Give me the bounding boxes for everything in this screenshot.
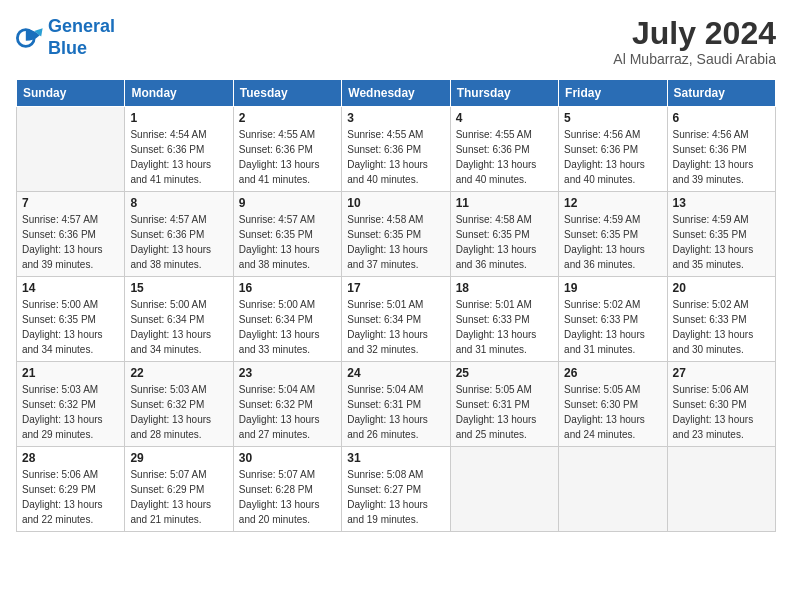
location: Al Mubarraz, Saudi Arabia: [613, 51, 776, 67]
calendar-cell: 2Sunrise: 4:55 AM Sunset: 6:36 PM Daylig…: [233, 107, 341, 192]
title-block: July 2024 Al Mubarraz, Saudi Arabia: [613, 16, 776, 67]
day-info: Sunrise: 4:54 AM Sunset: 6:36 PM Dayligh…: [130, 127, 227, 187]
day-number: 27: [673, 366, 770, 380]
day-info: Sunrise: 4:57 AM Sunset: 6:36 PM Dayligh…: [22, 212, 119, 272]
calendar-cell: [17, 107, 125, 192]
day-info: Sunrise: 5:01 AM Sunset: 6:34 PM Dayligh…: [347, 297, 444, 357]
day-number: 8: [130, 196, 227, 210]
calendar-cell: 26Sunrise: 5:05 AM Sunset: 6:30 PM Dayli…: [559, 362, 667, 447]
calendar-cell: 30Sunrise: 5:07 AM Sunset: 6:28 PM Dayli…: [233, 447, 341, 532]
day-number: 22: [130, 366, 227, 380]
calendar-cell: 20Sunrise: 5:02 AM Sunset: 6:33 PM Dayli…: [667, 277, 775, 362]
day-number: 9: [239, 196, 336, 210]
day-number: 21: [22, 366, 119, 380]
calendar-cell: 1Sunrise: 4:54 AM Sunset: 6:36 PM Daylig…: [125, 107, 233, 192]
day-number: 16: [239, 281, 336, 295]
day-info: Sunrise: 4:59 AM Sunset: 6:35 PM Dayligh…: [564, 212, 661, 272]
calendar-cell: 12Sunrise: 4:59 AM Sunset: 6:35 PM Dayli…: [559, 192, 667, 277]
calendar-cell: 11Sunrise: 4:58 AM Sunset: 6:35 PM Dayli…: [450, 192, 558, 277]
calendar-cell: 10Sunrise: 4:58 AM Sunset: 6:35 PM Dayli…: [342, 192, 450, 277]
calendar-week-row: 28Sunrise: 5:06 AM Sunset: 6:29 PM Dayli…: [17, 447, 776, 532]
day-number: 28: [22, 451, 119, 465]
day-number: 5: [564, 111, 661, 125]
day-number: 10: [347, 196, 444, 210]
day-number: 29: [130, 451, 227, 465]
day-number: 7: [22, 196, 119, 210]
day-number: 14: [22, 281, 119, 295]
day-number: 1: [130, 111, 227, 125]
calendar-cell: 7Sunrise: 4:57 AM Sunset: 6:36 PM Daylig…: [17, 192, 125, 277]
calendar-day-header: Wednesday: [342, 80, 450, 107]
calendar-cell: 31Sunrise: 5:08 AM Sunset: 6:27 PM Dayli…: [342, 447, 450, 532]
day-info: Sunrise: 5:03 AM Sunset: 6:32 PM Dayligh…: [22, 382, 119, 442]
calendar-cell: 5Sunrise: 4:56 AM Sunset: 6:36 PM Daylig…: [559, 107, 667, 192]
calendar-day-header: Sunday: [17, 80, 125, 107]
day-number: 13: [673, 196, 770, 210]
day-info: Sunrise: 5:05 AM Sunset: 6:31 PM Dayligh…: [456, 382, 553, 442]
day-info: Sunrise: 4:57 AM Sunset: 6:35 PM Dayligh…: [239, 212, 336, 272]
day-info: Sunrise: 5:07 AM Sunset: 6:28 PM Dayligh…: [239, 467, 336, 527]
calendar-cell: 6Sunrise: 4:56 AM Sunset: 6:36 PM Daylig…: [667, 107, 775, 192]
calendar-header-row: SundayMondayTuesdayWednesdayThursdayFrid…: [17, 80, 776, 107]
day-info: Sunrise: 5:06 AM Sunset: 6:29 PM Dayligh…: [22, 467, 119, 527]
calendar-cell: 22Sunrise: 5:03 AM Sunset: 6:32 PM Dayli…: [125, 362, 233, 447]
day-number: 31: [347, 451, 444, 465]
calendar-cell: 16Sunrise: 5:00 AM Sunset: 6:34 PM Dayli…: [233, 277, 341, 362]
day-number: 30: [239, 451, 336, 465]
calendar-cell: 3Sunrise: 4:55 AM Sunset: 6:36 PM Daylig…: [342, 107, 450, 192]
calendar-cell: 4Sunrise: 4:55 AM Sunset: 6:36 PM Daylig…: [450, 107, 558, 192]
day-info: Sunrise: 5:04 AM Sunset: 6:32 PM Dayligh…: [239, 382, 336, 442]
calendar-week-row: 21Sunrise: 5:03 AM Sunset: 6:32 PM Dayli…: [17, 362, 776, 447]
logo: General Blue: [16, 16, 115, 59]
day-info: Sunrise: 4:55 AM Sunset: 6:36 PM Dayligh…: [456, 127, 553, 187]
page-header: General Blue July 2024 Al Mubarraz, Saud…: [16, 16, 776, 67]
calendar-cell: 8Sunrise: 4:57 AM Sunset: 6:36 PM Daylig…: [125, 192, 233, 277]
day-info: Sunrise: 5:06 AM Sunset: 6:30 PM Dayligh…: [673, 382, 770, 442]
day-number: 26: [564, 366, 661, 380]
day-number: 17: [347, 281, 444, 295]
day-info: Sunrise: 5:00 AM Sunset: 6:34 PM Dayligh…: [239, 297, 336, 357]
day-info: Sunrise: 5:07 AM Sunset: 6:29 PM Dayligh…: [130, 467, 227, 527]
day-info: Sunrise: 4:59 AM Sunset: 6:35 PM Dayligh…: [673, 212, 770, 272]
day-info: Sunrise: 5:00 AM Sunset: 6:35 PM Dayligh…: [22, 297, 119, 357]
calendar-cell: 14Sunrise: 5:00 AM Sunset: 6:35 PM Dayli…: [17, 277, 125, 362]
day-info: Sunrise: 5:03 AM Sunset: 6:32 PM Dayligh…: [130, 382, 227, 442]
day-number: 4: [456, 111, 553, 125]
calendar-week-row: 1Sunrise: 4:54 AM Sunset: 6:36 PM Daylig…: [17, 107, 776, 192]
day-info: Sunrise: 5:02 AM Sunset: 6:33 PM Dayligh…: [673, 297, 770, 357]
calendar-day-header: Tuesday: [233, 80, 341, 107]
calendar-table: SundayMondayTuesdayWednesdayThursdayFrid…: [16, 79, 776, 532]
calendar-cell: 21Sunrise: 5:03 AM Sunset: 6:32 PM Dayli…: [17, 362, 125, 447]
calendar-cell: 13Sunrise: 4:59 AM Sunset: 6:35 PM Dayli…: [667, 192, 775, 277]
day-number: 18: [456, 281, 553, 295]
day-info: Sunrise: 4:55 AM Sunset: 6:36 PM Dayligh…: [347, 127, 444, 187]
day-info: Sunrise: 5:01 AM Sunset: 6:33 PM Dayligh…: [456, 297, 553, 357]
calendar-cell: 17Sunrise: 5:01 AM Sunset: 6:34 PM Dayli…: [342, 277, 450, 362]
calendar-cell: 19Sunrise: 5:02 AM Sunset: 6:33 PM Dayli…: [559, 277, 667, 362]
calendar-cell: 27Sunrise: 5:06 AM Sunset: 6:30 PM Dayli…: [667, 362, 775, 447]
day-number: 6: [673, 111, 770, 125]
calendar-cell: 29Sunrise: 5:07 AM Sunset: 6:29 PM Dayli…: [125, 447, 233, 532]
logo-text: General Blue: [48, 16, 115, 59]
day-number: 3: [347, 111, 444, 125]
day-number: 20: [673, 281, 770, 295]
calendar-cell: 23Sunrise: 5:04 AM Sunset: 6:32 PM Dayli…: [233, 362, 341, 447]
day-info: Sunrise: 5:05 AM Sunset: 6:30 PM Dayligh…: [564, 382, 661, 442]
day-info: Sunrise: 5:04 AM Sunset: 6:31 PM Dayligh…: [347, 382, 444, 442]
calendar-week-row: 14Sunrise: 5:00 AM Sunset: 6:35 PM Dayli…: [17, 277, 776, 362]
day-number: 15: [130, 281, 227, 295]
calendar-cell: 18Sunrise: 5:01 AM Sunset: 6:33 PM Dayli…: [450, 277, 558, 362]
calendar-cell: [450, 447, 558, 532]
day-info: Sunrise: 5:02 AM Sunset: 6:33 PM Dayligh…: [564, 297, 661, 357]
logo-icon: [16, 24, 44, 52]
calendar-cell: 15Sunrise: 5:00 AM Sunset: 6:34 PM Dayli…: [125, 277, 233, 362]
day-info: Sunrise: 4:58 AM Sunset: 6:35 PM Dayligh…: [347, 212, 444, 272]
day-info: Sunrise: 5:08 AM Sunset: 6:27 PM Dayligh…: [347, 467, 444, 527]
calendar-cell: 24Sunrise: 5:04 AM Sunset: 6:31 PM Dayli…: [342, 362, 450, 447]
day-info: Sunrise: 4:58 AM Sunset: 6:35 PM Dayligh…: [456, 212, 553, 272]
calendar-cell: 25Sunrise: 5:05 AM Sunset: 6:31 PM Dayli…: [450, 362, 558, 447]
calendar-cell: 9Sunrise: 4:57 AM Sunset: 6:35 PM Daylig…: [233, 192, 341, 277]
day-info: Sunrise: 4:57 AM Sunset: 6:36 PM Dayligh…: [130, 212, 227, 272]
month-year: July 2024: [613, 16, 776, 51]
day-info: Sunrise: 5:00 AM Sunset: 6:34 PM Dayligh…: [130, 297, 227, 357]
